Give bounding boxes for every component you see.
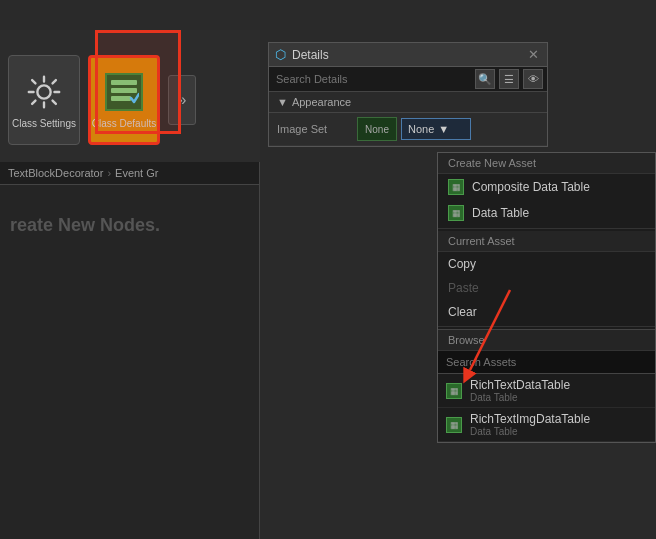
current-section-label: Current Asset	[438, 231, 655, 252]
breadcrumb-sep: ›	[107, 167, 111, 179]
menu-divider-1	[438, 228, 655, 229]
image-set-row: Image Set None None ▼	[269, 113, 547, 146]
image-set-dropdown[interactable]: None ▼	[401, 118, 471, 140]
composite-data-table-label: Composite Data Table	[472, 180, 590, 194]
list-view-button[interactable]: ☰	[499, 69, 519, 89]
browse-label: Browse	[438, 330, 655, 351]
canvas-area[interactable]: TextBlockDecorator › Event Gr reate New …	[0, 162, 260, 539]
details-title-text: Details	[292, 48, 329, 62]
create-section-label: Create New Asset	[438, 153, 655, 174]
details-title-area: ⬡ Details	[275, 47, 329, 62]
menu-divider-2	[438, 326, 655, 327]
data-table-item[interactable]: ▦ Data Table	[438, 200, 655, 226]
dropdown-value: None	[408, 123, 434, 135]
details-panel: ⬡ Details ✕ 🔍 ☰ 👁 ▼ Appearance Image Set…	[268, 42, 548, 147]
svg-rect-2	[111, 88, 137, 93]
appearance-label: Appearance	[292, 96, 351, 108]
image-set-value: None None ▼	[357, 117, 539, 141]
class-defaults-label: Class Defaults	[92, 118, 156, 129]
paste-item: Paste	[438, 276, 655, 300]
breadcrumb-item1: TextBlockDecorator	[8, 167, 103, 179]
browse-item-0[interactable]: ▦ RichTextDataTable Data Table	[438, 374, 655, 408]
search-details-input[interactable]	[273, 70, 471, 88]
svg-point-0	[37, 85, 50, 98]
composite-data-table-item[interactable]: ▦ Composite Data Table	[438, 174, 655, 200]
details-titlebar: ⬡ Details ✕	[269, 43, 547, 67]
browse-table-icon-0: ▦	[446, 383, 462, 399]
search-button[interactable]: 🔍	[475, 69, 495, 89]
clear-item[interactable]: Clear	[438, 300, 655, 324]
search-icons: 🔍 ☰ 👁	[475, 69, 543, 89]
class-settings-button[interactable]: Class Settings	[8, 55, 80, 145]
svg-rect-3	[111, 96, 131, 101]
toolbar-expand-button[interactable]: »	[168, 75, 196, 125]
left-toolbar: Class Settings Class Defaults »	[0, 30, 260, 170]
browse-item-type-1: Data Table	[470, 426, 590, 437]
browse-section: Browse ▦ RichTextDataTable Data Table ▦ …	[438, 329, 655, 442]
browse-item-type-0: Data Table	[470, 392, 570, 403]
canvas-text: reate New Nodes.	[0, 185, 259, 266]
dropdown-arrow-icon: ▼	[438, 123, 449, 135]
search-assets-input[interactable]	[438, 351, 655, 374]
image-set-label: Image Set	[277, 123, 357, 135]
browse-item-1[interactable]: ▦ RichTextImgDataTable Data Table	[438, 408, 655, 442]
copy-label: Copy	[448, 257, 476, 271]
details-icon: ⬡	[275, 47, 286, 62]
breadcrumb-item2: Event Gr	[115, 167, 158, 179]
defaults-icon	[102, 70, 146, 114]
chevron-right-icon: »	[178, 91, 187, 109]
appearance-section-header[interactable]: ▼ Appearance	[269, 92, 547, 113]
browse-item-name-1: RichTextImgDataTable	[470, 412, 590, 426]
section-collapse-icon: ▼	[277, 96, 288, 108]
breadcrumb: TextBlockDecorator › Event Gr	[0, 162, 259, 185]
eye-button[interactable]: 👁	[523, 69, 543, 89]
data-table-icon: ▦	[448, 205, 464, 221]
composite-table-icon: ▦	[448, 179, 464, 195]
details-close-button[interactable]: ✕	[525, 47, 541, 63]
svg-rect-1	[111, 80, 137, 85]
browse-item-info-0: RichTextDataTable Data Table	[470, 378, 570, 403]
image-swatch: None	[357, 117, 397, 141]
data-table-label: Data Table	[472, 206, 529, 220]
browse-item-info-1: RichTextImgDataTable Data Table	[470, 412, 590, 437]
search-bar: 🔍 ☰ 👁	[269, 67, 547, 92]
dropdown-menu: Create New Asset ▦ Composite Data Table …	[437, 152, 656, 443]
paste-label: Paste	[448, 281, 479, 295]
class-defaults-button[interactable]: Class Defaults	[88, 55, 160, 145]
clear-label: Clear	[448, 305, 477, 319]
browse-item-name-0: RichTextDataTable	[470, 378, 570, 392]
class-settings-label: Class Settings	[12, 118, 76, 129]
browse-table-icon-1: ▦	[446, 417, 462, 433]
copy-item[interactable]: Copy	[438, 252, 655, 276]
gear-icon	[22, 70, 66, 114]
